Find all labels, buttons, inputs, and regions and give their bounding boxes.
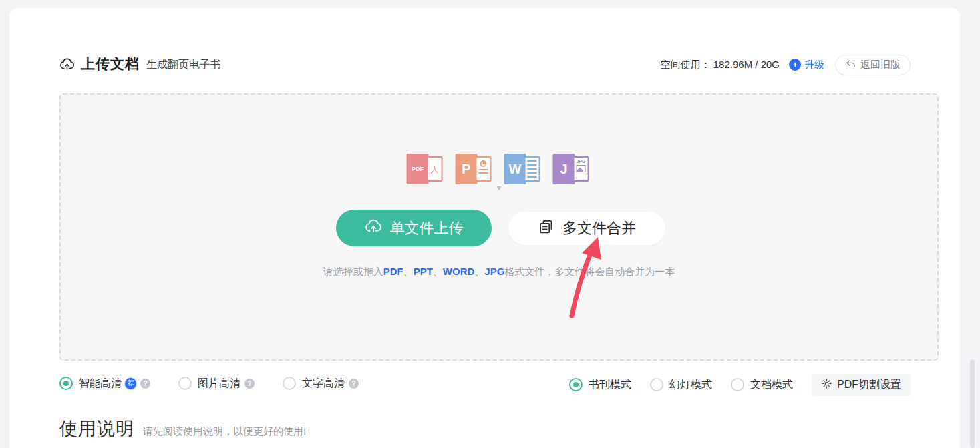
upload-dropzone[interactable]: PDF 人 P W J JPG ▾ [59,93,939,361]
pdf-cover-label: PDF [407,154,429,184]
option-text-hd-label: 文字高清 [302,377,345,391]
page-title: 上传文档 [81,55,140,73]
page-header: 上传文档 生成翻页电子书 [59,55,221,73]
pdf-file-icon: PDF 人 [407,152,446,186]
quality-options: 智能高清 荐 ? 图片高清 ? 文字高清 ? [59,374,387,393]
radio-document-mode[interactable] [731,378,744,391]
instructions-title: 使用说明 [59,417,134,441]
hint-format-pdf: PDF [383,266,403,277]
pdf-split-settings-label: PDF切割设置 [837,378,901,392]
space-usage-value: 182.96M / 20G [713,59,780,70]
hint-format-jpg: JPG [484,266,504,277]
jpg-file-icon: J JPG [553,152,592,186]
option-document-mode-label: 文档模式 [750,378,793,392]
hint-format-word: WORD [443,266,475,277]
space-usage: 空间使用：182.96M / 20G [661,59,780,71]
option-slide-mode-label: 幻灯模式 [669,378,712,392]
ppt-cover-label: P [456,154,478,184]
jpg-page-label: JPG [575,159,588,164]
back-to-old-version-label: 返回旧版 [860,59,901,71]
upgrade-rocket-icon [789,59,801,71]
single-file-upload-button[interactable]: 单文件上传 [336,210,492,246]
upload-hint-text: 请选择或拖入PDF、PPT、WORD、JPG格式文件，多文件将会自动合并为一本 [61,266,937,278]
hint-plain: 、 [403,266,414,277]
hint-format-ppt: PPT [414,266,433,277]
mode-options: 书刊模式 幻灯模式 文档模式 PDF切割设置 [569,373,911,396]
word-cover-label: W [504,154,526,184]
option-document-mode[interactable]: 文档模式 [731,378,793,392]
main-card: 上传文档 生成翻页电子书 空间使用：182.96M / 20G 升级 返回旧版 [9,8,960,448]
help-icon[interactable]: ? [349,379,359,389]
back-to-old-version-button[interactable]: 返回旧版 [835,55,911,75]
help-icon[interactable]: ? [244,379,255,389]
adobe-person-glyph: 人 [428,164,442,176]
recommended-badge: 荐 [125,378,136,389]
hint-plain: 、 [474,266,484,277]
pdf-split-settings-button[interactable]: PDF切割设置 [812,374,911,396]
annotation-arrow [558,232,612,321]
cloud-upload-icon [365,218,390,239]
option-text-hd[interactable]: 文字高清 ? [283,377,359,391]
radio-text-hd[interactable] [283,377,296,390]
radio-image-hd[interactable] [178,377,192,390]
option-image-hd-label: 图片高清 [198,377,240,391]
ppt-file-icon: P [456,152,494,186]
option-book-mode-label: 书刊模式 [589,378,631,392]
header-right: 空间使用：182.96M / 20G 升级 返回旧版 [661,54,911,75]
single-file-upload-label: 单文件上传 [390,218,464,238]
cloud-upload-icon [59,57,75,72]
help-icon[interactable]: ? [140,379,150,389]
jpg-cover-label: J [553,154,575,184]
reply-arrow-icon [845,58,860,71]
scrollbar-thumb[interactable] [970,359,975,448]
upgrade-link[interactable]: 升级 [789,59,824,71]
hint-plain: 请选择或拖入 [323,266,383,277]
page-subtitle: 生成翻页电子书 [146,58,221,72]
radio-slide-mode[interactable] [650,378,663,391]
pie-chart-glyph [480,160,487,167]
instructions-subtitle: 请先阅读使用说明，以便更好的使用! [143,425,306,438]
space-usage-label: 空间使用： [661,59,711,70]
option-smart-hd[interactable]: 智能高清 荐 ? [59,377,150,391]
picture-glyph [577,165,586,172]
instructions-section: 使用说明 请先阅读使用说明，以便更好的使用! [59,417,306,441]
option-book-mode[interactable]: 书刊模式 [569,378,631,392]
option-image-hd[interactable]: 图片高清 ? [178,377,255,391]
caret-down-icon: ▾ [496,182,501,193]
option-slide-mode[interactable]: 幻灯模式 [650,378,712,392]
upgrade-label: 升级 [804,59,824,71]
radio-smart-hd[interactable] [59,377,73,390]
gear-icon [821,378,837,392]
file-type-icons: PDF 人 P W J JPG [407,152,592,186]
hint-plain: 、 [433,266,443,277]
upload-page: 上传文档 生成翻页电子书 空间使用：182.96M / 20G 升级 返回旧版 [0,0,980,448]
word-file-icon: W [504,152,543,186]
option-smart-hd-label: 智能高清 [79,377,122,391]
radio-book-mode[interactable] [569,378,583,391]
